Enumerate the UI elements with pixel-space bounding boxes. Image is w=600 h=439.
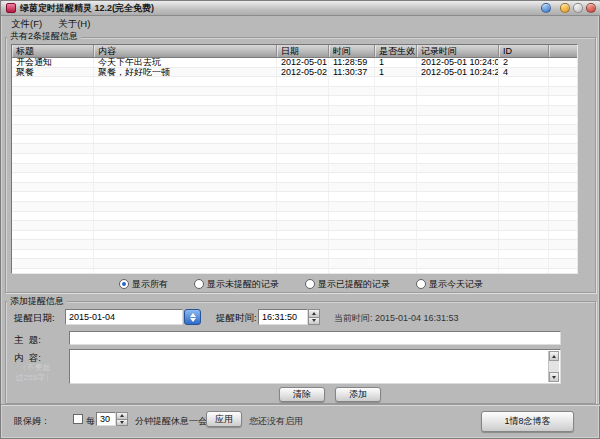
- table-cell: [549, 240, 577, 249]
- apply-button[interactable]: 应用: [206, 411, 242, 427]
- table-row[interactable]: [12, 221, 577, 231]
- table-cell: [329, 125, 375, 134]
- table-row[interactable]: [12, 116, 577, 126]
- table-cell: [549, 96, 577, 105]
- table-row[interactable]: [12, 87, 577, 97]
- date-stepper-icon[interactable]: [184, 309, 201, 325]
- scroll-down-icon[interactable]: [549, 372, 559, 382]
- table-row[interactable]: [12, 192, 577, 202]
- filter-today[interactable]: 显示今天记录: [416, 278, 483, 291]
- column-header-active[interactable]: 是否生效: [375, 45, 417, 57]
- table-row[interactable]: [12, 259, 577, 269]
- table-row[interactable]: [12, 125, 577, 135]
- app-window: 绿茵定时提醒精灵 12.2(完全免费) 文件(F) 关于(H) 共有2条提醒信息…: [0, 0, 600, 439]
- radio-icon[interactable]: [416, 279, 426, 289]
- table-row[interactable]: [12, 202, 577, 212]
- column-header-title[interactable]: 标题: [12, 45, 94, 57]
- column-header-id[interactable]: ID: [499, 45, 549, 57]
- current-time-text: 当前时间: 2015-01-04 16:31:53: [334, 312, 459, 325]
- table-cell: [12, 231, 94, 240]
- table-cell: [12, 173, 94, 182]
- table-cell: [94, 96, 277, 105]
- table-row[interactable]: [12, 173, 577, 183]
- table-cell: [12, 96, 94, 105]
- radio-icon[interactable]: [305, 279, 315, 289]
- table-cell: [12, 240, 94, 249]
- column-header-recordtime[interactable]: 记录时间: [417, 45, 499, 57]
- table-row[interactable]: [12, 144, 577, 154]
- textarea-scrollbar[interactable]: [548, 351, 559, 382]
- table-cell: [329, 116, 375, 125]
- skin-button-icon[interactable]: [541, 3, 551, 13]
- table-cell: [417, 125, 499, 134]
- radio-icon[interactable]: [119, 279, 129, 289]
- table-cell: [375, 116, 417, 125]
- subject-input[interactable]: [69, 331, 561, 345]
- content-textarea[interactable]: [69, 349, 561, 384]
- table-row[interactable]: [12, 135, 577, 145]
- column-header-time[interactable]: 时间: [329, 45, 375, 57]
- table-cell: [375, 269, 417, 274]
- scroll-up-icon[interactable]: [549, 351, 559, 361]
- table-row[interactable]: [12, 154, 577, 164]
- table-row[interactable]: [12, 231, 577, 241]
- date-input[interactable]: [65, 309, 183, 325]
- bottom-separator: [1, 404, 600, 406]
- table-row[interactable]: [12, 212, 577, 222]
- table-row[interactable]: 聚餐聚餐，好好吃一顿2012-05-0211:30:3712012-05-01 …: [12, 68, 577, 78]
- spin-up-icon[interactable]: [308, 309, 320, 318]
- table-cell: [277, 173, 329, 182]
- subject-label: 主 题:: [14, 334, 41, 347]
- minutes-input[interactable]: [96, 412, 116, 426]
- filter-not-reminded[interactable]: 显示未提醒的记录: [194, 278, 279, 291]
- every-label: 每: [86, 415, 95, 428]
- table-cell: [417, 116, 499, 125]
- table-cell: [375, 77, 417, 86]
- table-cell: [94, 231, 277, 240]
- table-cell: [499, 202, 549, 211]
- column-header-content[interactable]: 内容: [94, 45, 277, 57]
- table-cell: [417, 173, 499, 182]
- table-cell: 2: [499, 58, 549, 67]
- table-row[interactable]: [12, 77, 577, 87]
- spin-up-icon[interactable]: [116, 412, 128, 420]
- table-row[interactable]: [12, 269, 577, 274]
- table-row[interactable]: [12, 240, 577, 250]
- menu-file[interactable]: 文件(F): [5, 17, 48, 31]
- maximize-icon[interactable]: [573, 3, 583, 13]
- table-cell: [375, 231, 417, 240]
- table-cell: [329, 96, 375, 105]
- clear-button[interactable]: 清除: [279, 387, 325, 402]
- blog-button[interactable]: 1情8念博客: [481, 411, 574, 432]
- spin-down-icon[interactable]: [308, 318, 320, 326]
- time-input[interactable]: [258, 309, 308, 325]
- table-cell: [94, 77, 277, 86]
- table-cell: [375, 173, 417, 182]
- time-spinner[interactable]: [308, 309, 320, 325]
- spin-down-icon[interactable]: [116, 420, 128, 427]
- filter-show-all[interactable]: 显示所有: [119, 278, 168, 291]
- filter-reminded[interactable]: 显示已提醒的记录: [305, 278, 390, 291]
- minutes-spinner[interactable]: [116, 412, 128, 426]
- radio-icon[interactable]: [194, 279, 204, 289]
- table-cell: [417, 183, 499, 192]
- table-cell: [277, 221, 329, 230]
- table-cell: [417, 87, 499, 96]
- table-cell: [277, 269, 329, 274]
- table-cell: [277, 116, 329, 125]
- table-cell: [12, 221, 94, 230]
- table-row[interactable]: 开会通知今天下午出去玩2012-05-0111:28:5912012-05-01…: [12, 58, 577, 68]
- close-icon[interactable]: [586, 3, 596, 13]
- eye-care-checkbox[interactable]: [73, 414, 83, 424]
- column-header-date[interactable]: 日期: [277, 45, 329, 57]
- table-row[interactable]: [12, 183, 577, 193]
- table-cell: [375, 221, 417, 230]
- add-button[interactable]: 添加: [335, 387, 381, 402]
- table-row[interactable]: [12, 164, 577, 174]
- table-cell: 今天下午出去玩: [94, 58, 277, 67]
- table-row[interactable]: [12, 96, 577, 106]
- table-row[interactable]: [12, 106, 577, 116]
- menu-about[interactable]: 关于(H): [52, 17, 96, 31]
- minimize-icon[interactable]: [560, 3, 570, 13]
- table-row[interactable]: [12, 250, 577, 260]
